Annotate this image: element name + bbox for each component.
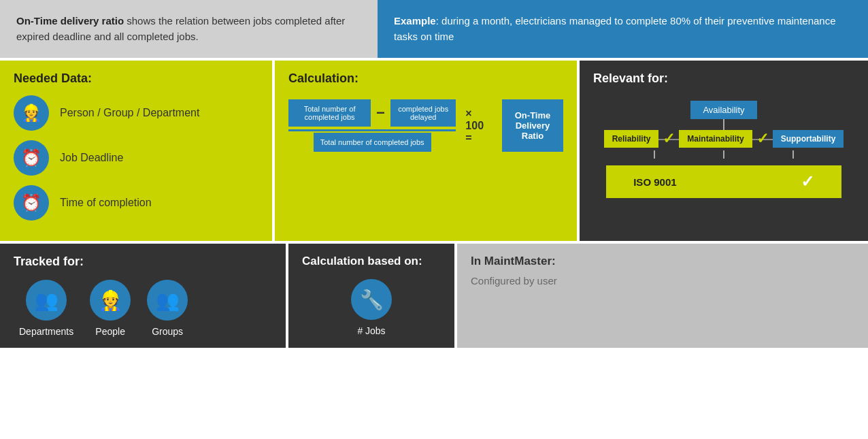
needed-data-title: Needed Data:	[14, 71, 258, 86]
iso-label: ISO 9001	[633, 176, 676, 188]
needed-data-item-person: 👷 Person / Group / Department	[14, 95, 258, 131]
people-icon: 👷	[90, 280, 131, 321]
tracked-item-departments: 👥 Departments	[19, 280, 73, 337]
relevant-for-panel: Relevant for: Availability Reliability ✓…	[580, 61, 868, 241]
deadline-label: Job Deadline	[60, 152, 123, 164]
relevance-tree: Availability Reliability ✓ Maintainabili…	[593, 95, 854, 204]
top-left-description: On-Time delivery ratio shows the relatio…	[0, 0, 378, 58]
tree-middle-container: Reliability ✓ Maintainability ✓ Supporta…	[593, 130, 854, 148]
numerator-a: Total number of completed jobs	[288, 99, 371, 127]
conn-line-2	[723, 150, 724, 159]
calculation-panel: Calculation: Total number of completed j…	[275, 61, 577, 241]
result-box: On-Time Delivery Ratio	[502, 99, 563, 152]
middle-section: Needed Data: 👷 Person / Group / Departme…	[0, 61, 868, 241]
check2: ✓	[756, 130, 769, 148]
conn-line-3	[792, 150, 794, 159]
tree-v-lines-bottom	[619, 150, 828, 159]
calc-based-title: Calculation based on:	[302, 255, 441, 268]
departments-label: Departments	[19, 326, 73, 337]
tracked-for-title: Tracked for:	[14, 255, 272, 269]
fraction-line	[288, 129, 456, 131]
denominator: Total number of completed jobs	[314, 133, 431, 152]
availability-node: Availability	[690, 101, 756, 119]
result-line1: On-Time	[515, 110, 551, 120]
formula: Total number of completed jobs − complet…	[288, 99, 563, 152]
tree-v-line-top	[723, 119, 724, 130]
reliability-node: Reliability	[604, 130, 659, 148]
conn-line-1	[654, 150, 655, 159]
jobs-label: # Jobs	[357, 325, 385, 336]
multiply-operator: × 100 =	[465, 108, 493, 144]
result-line3: Ratio	[522, 131, 544, 141]
iso-node: ISO 9001 ✓	[606, 165, 841, 198]
calculation-title: Calculation:	[288, 71, 563, 86]
minus-sign: −	[376, 104, 385, 122]
top-right-example: Example: during a month, electricians ma…	[378, 0, 868, 58]
needed-data-item-deadline: ⏰ Job Deadline	[14, 140, 258, 176]
tracked-item-people: 👷 People	[90, 280, 131, 337]
calc-based-panel: Calculation based on: 🔧 # Jobs	[288, 244, 454, 348]
formula-fraction: Total number of completed jobs − complet…	[288, 99, 456, 152]
tracked-for-panel: Tracked for: 👥 Departments 👷 People 👥 Gr…	[0, 244, 286, 348]
deadline-icon: ⏰	[14, 140, 49, 176]
completion-icon: ⏰	[14, 185, 49, 221]
maintmaster-title: In MaintMaster:	[471, 255, 854, 268]
maintmaster-panel: In MaintMaster: Configured by user	[457, 244, 868, 348]
maintmaster-text: Configured by user	[471, 275, 854, 287]
example-bold: Example	[394, 15, 436, 27]
tracked-items-list: 👥 Departments 👷 People 👥 Groups	[14, 280, 272, 337]
maintainability-node: Maintainability	[679, 130, 752, 148]
calc-based-item-jobs: 🔧 # Jobs	[302, 279, 441, 336]
iso-check: ✓	[801, 172, 814, 191]
groups-label: Groups	[152, 326, 183, 337]
numerator-b: completed jobs delayed	[390, 99, 456, 127]
relevant-for-title: Relevant for:	[593, 71, 854, 86]
supportability-node: Supportability	[773, 130, 844, 148]
person-label: Person / Group / Department	[60, 107, 199, 119]
person-icon: 👷	[14, 95, 49, 131]
people-label: People	[95, 326, 125, 337]
top-section: On-Time delivery ratio shows the relatio…	[0, 0, 868, 58]
completion-label: Time of completion	[60, 197, 152, 209]
check1: ✓	[663, 130, 675, 148]
jobs-icon: 🔧	[351, 279, 392, 320]
departments-icon: 👥	[26, 280, 67, 321]
tracked-item-groups: 👥 Groups	[147, 280, 188, 337]
needed-data-item-completion: ⏰ Time of completion	[14, 185, 258, 221]
needed-data-panel: Needed Data: 👷 Person / Group / Departme…	[0, 61, 272, 241]
top-right-text: : during a month, electricians managed t…	[394, 15, 836, 42]
bottom-section: Tracked for: 👥 Departments 👷 People 👥 Gr…	[0, 244, 868, 348]
formula-numerator: Total number of completed jobs − complet…	[288, 99, 456, 127]
tree-nodes-row: Reliability ✓ Maintainability ✓ Supporta…	[604, 130, 844, 148]
result-line2: Delivery	[516, 120, 550, 131]
on-time-delivery-bold: On-Time delivery ratio	[16, 15, 124, 27]
groups-icon: 👥	[147, 280, 188, 321]
